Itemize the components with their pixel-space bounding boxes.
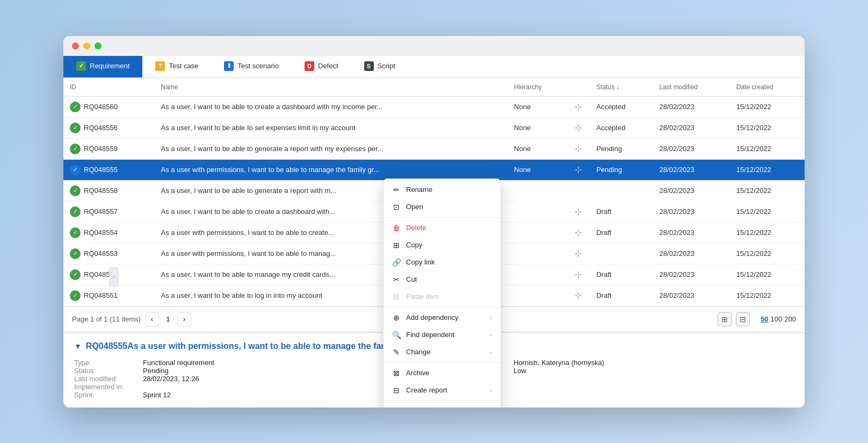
context-menu-item-archive[interactable]: ⊠ Archive	[384, 365, 501, 382]
cell-hierarchy	[508, 201, 568, 222]
minimize-dot[interactable]	[83, 42, 90, 49]
cm-label: Copy link	[406, 258, 435, 266]
per-page-section: ⊞ ⊟ 50 100 200	[718, 312, 796, 326]
row-status-icon: ✓	[70, 206, 81, 217]
grid-view-button[interactable]: ⊞	[718, 312, 732, 326]
network-icon: ⊹	[575, 123, 582, 132]
cm-label: Find dependent	[406, 331, 454, 339]
context-menu-item-report[interactable]: ⊟ Create report ›	[384, 382, 501, 399]
col-hierarchy-icon	[568, 78, 590, 97]
context-menu-item-copy-link[interactable]: 🔗 Copy link	[384, 254, 501, 271]
maximize-dot[interactable]	[95, 42, 102, 49]
cell-hierarchy-icon: ⊹	[568, 138, 590, 159]
row-status-icon: ✓	[70, 227, 81, 238]
script-icon: S	[364, 61, 374, 71]
cm-label: Add dependency	[406, 313, 459, 321]
tab-test-scenario[interactable]: Ⅱ Test scenario	[211, 56, 292, 77]
cm-label: Create report	[406, 386, 447, 394]
name-value: As a user, I want to be able to generate…	[161, 187, 336, 195]
cell-status: Draft	[590, 201, 653, 222]
context-menu-item-find-dep[interactable]: 🔍 Find dependent ›	[384, 326, 501, 344]
copy-icon: ⊞	[392, 241, 401, 249]
cell-id: ✓ RQ048559	[63, 138, 154, 159]
cell-date-created: 15/12/2022	[730, 96, 805, 117]
cell-last-modified: 28/02/2023	[653, 243, 730, 264]
tab-test-case[interactable]: T Test case	[142, 56, 211, 77]
cm-label: Rename	[406, 185, 432, 194]
name-value: As a user, I want to be able to generate…	[161, 145, 383, 153]
submenu-arrow-icon: ›	[490, 349, 492, 355]
archive-view-button[interactable]: ⊟	[736, 312, 750, 326]
name-value: As a user with permissions, I want to be…	[161, 166, 379, 174]
id-value: RQ048556	[84, 124, 118, 132]
table-row[interactable]: ✓ RQ048560 As a user, I want to be able …	[63, 96, 805, 117]
cell-id: ✓ RQ048556	[63, 117, 154, 138]
col-hierarchy: Hierarchy	[508, 78, 568, 97]
context-menu-item-paste: ⊟ Paste item	[384, 288, 501, 305]
network-icon: ⊹	[575, 102, 582, 111]
cell-status: Draft	[590, 222, 653, 243]
context-menu-item-add-dep[interactable]: ⊕ Add dependency ›	[384, 309, 501, 326]
cell-date-created: 15/12/2022	[730, 201, 805, 222]
prev-page-button[interactable]: ‹	[145, 312, 159, 326]
id-value: RQ048557	[84, 208, 118, 216]
open-icon: ⊡	[392, 203, 401, 211]
detail-chevron-icon[interactable]: ▼	[74, 342, 82, 351]
cell-last-modified: 28/02/2023	[653, 117, 730, 138]
cell-last-modified: 28/02/2023	[653, 201, 730, 222]
cm-label: Delete	[406, 224, 426, 232]
col-name: Name	[154, 78, 508, 97]
cell-id: ✓ RQ048551	[63, 285, 154, 306]
cell-status: Accepted	[590, 96, 653, 117]
cell-hierarchy-icon: ⊹	[568, 285, 590, 306]
cell-hierarchy	[508, 285, 568, 306]
cell-last-modified: 28/02/2023	[653, 222, 730, 243]
name-value: As a user, I want to be able to set expe…	[161, 124, 355, 132]
requirement-icon: ✓	[76, 61, 86, 71]
table-header-row: ID Name Hierarchy Status ↓ Last modified…	[63, 78, 805, 97]
table-row[interactable]: ✓ RQ048555 As a user with permissions, I…	[63, 159, 805, 180]
cell-last-modified: 28/02/2023	[653, 180, 730, 201]
per-page-100[interactable]: 100	[771, 315, 783, 323]
rename-icon: ✏	[392, 185, 401, 194]
context-menu-item-copy[interactable]: ⊞ Copy	[384, 237, 501, 254]
per-page-50[interactable]: 50	[761, 315, 768, 323]
test-case-icon: T	[155, 61, 165, 71]
context-menu-item-change[interactable]: ✎ Change ›	[384, 344, 501, 361]
name-value: As a user with permissions, I want to be…	[161, 249, 336, 258]
next-page-button[interactable]: ›	[177, 312, 191, 326]
id-value: RQ048559	[84, 145, 118, 153]
table-row[interactable]: ✓ RQ048559 As a user, I want to be able …	[63, 138, 805, 159]
defect-icon: D	[305, 61, 314, 71]
per-page-200[interactable]: 200	[784, 315, 796, 323]
cell-name: As a user, I want to be able to generate…	[154, 138, 508, 159]
context-menu-item-delete[interactable]: 🗑 Delete	[384, 219, 501, 237]
row-status-icon: ✓	[70, 248, 81, 259]
tab-script[interactable]: S Script	[351, 56, 408, 77]
cut-icon: ✂	[392, 275, 401, 284]
detail-type-row: Type: Functional requirement	[74, 359, 423, 367]
find-dep-icon: 🔍	[392, 331, 401, 339]
cell-hierarchy	[508, 264, 568, 285]
cell-status: Draft	[590, 285, 653, 306]
name-value: As a user with permissions, I want to be…	[161, 228, 334, 237]
close-dot[interactable]	[72, 42, 79, 49]
cell-name: As a user, I want to be able to create a…	[154, 96, 508, 117]
cell-date-created: 15/12/2022	[730, 285, 805, 306]
copy-link-icon: 🔗	[392, 258, 401, 267]
tab-defect[interactable]: D Defect	[292, 56, 351, 77]
titlebar	[63, 36, 805, 56]
context-menu-item-cut[interactable]: ✂ Cut	[384, 271, 501, 288]
context-menu-item-rename[interactable]: ✏ Rename	[384, 181, 501, 198]
cm-label: Open	[406, 203, 423, 211]
submenu-arrow-icon: ›	[490, 387, 492, 394]
cell-id: ✓ RQ048557	[63, 201, 154, 222]
id-value: RQ048554	[84, 228, 118, 237]
col-status[interactable]: Status ↓	[590, 78, 653, 97]
table-row[interactable]: ✓ RQ048556 As a user, I want to be able …	[63, 117, 805, 138]
sidebar-collapse-button[interactable]: ›	[109, 267, 119, 287]
detail-sprint-row: Sprint: Sprint 12	[74, 391, 423, 399]
tab-requirement[interactable]: ✓ Requirement	[63, 56, 142, 77]
context-menu-item-open[interactable]: ⊡ Open	[384, 198, 501, 216]
cell-last-modified: 28/02/2023	[653, 264, 730, 285]
